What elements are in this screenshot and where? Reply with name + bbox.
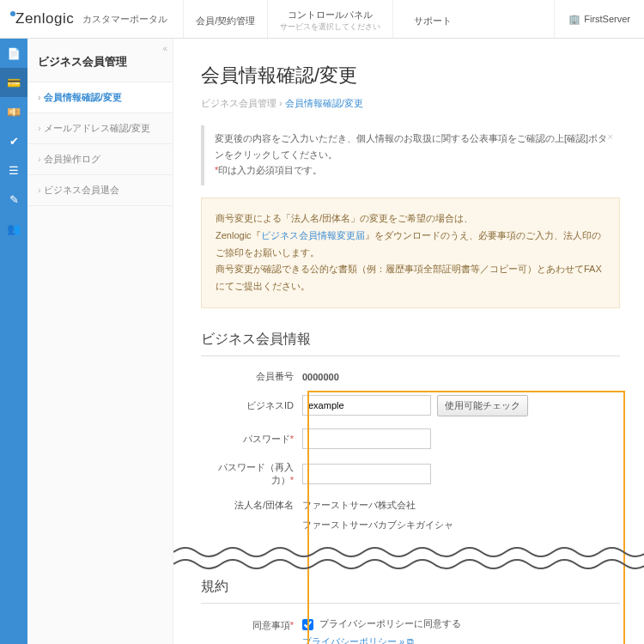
icon-rail: 📄 💳 💴 ✔ ☰ ✎ 👥 — [0, 39, 27, 644]
topnav: 会員/契約管理 コントロールパネルサービスを選択してください サポート — [183, 0, 471, 38]
external-icon: ⧉ — [407, 636, 414, 644]
member-no-label: 会員番号 — [201, 370, 302, 383]
rail-check-icon[interactable]: ✔ — [0, 126, 27, 155]
rail-pencil-icon[interactable]: ✎ — [0, 185, 27, 214]
sidebar-title: ビジネス会員管理 — [27, 39, 173, 82]
notice-box: × 変更後の内容をご入力いただき、個人情報のお取扱に関する公表事項をご確認の上[… — [201, 125, 620, 185]
section-terms: 規約 — [201, 578, 620, 604]
rail-doc-icon[interactable]: 📄 — [0, 39, 27, 68]
brand-subtitle: カスタマーポータル — [82, 13, 167, 26]
info-line1: 商号変更による「法人名/団体名」の変更をご希望の場合は、 — [216, 210, 605, 228]
topbar: Zenlogic カスタマーポータル 会員/契約管理 コントロールパネルサービス… — [0, 0, 644, 39]
bizid-label: ビジネスID — [201, 399, 302, 412]
notice-line2: *印は入力必須項目です。 — [215, 162, 610, 179]
privacy-policy-link[interactable]: プライバシーポリシー » ⧉ — [302, 635, 414, 644]
corp-value: ファーストサーバ株式会社 ファーストサーバカブシキガイシャ — [302, 499, 620, 532]
page-title: 会員情報確認/変更 — [201, 63, 620, 88]
bizid-input[interactable] — [302, 395, 431, 416]
nav-controlpanel[interactable]: コントロールパネルサービスを選択してください — [267, 0, 392, 38]
download-form-link[interactable]: ビジネス会員情報変更届 — [261, 230, 365, 240]
nav-support[interactable]: サポート — [392, 0, 471, 38]
member-no-value: 0000000 — [302, 372, 620, 382]
nav-user[interactable]: 🏢 FirstServer — [554, 0, 644, 38]
sidebar-item-withdraw[interactable]: ビジネス会員退会 — [27, 174, 173, 206]
brand: Zenlogic カスタマーポータル — [0, 0, 178, 38]
brand-logo: Zenlogic — [10, 10, 74, 27]
sidebar-item-log[interactable]: 会員操作ログ — [27, 143, 173, 174]
content-truncation-wave — [173, 544, 644, 573]
building-icon: 🏢 — [568, 14, 580, 25]
rail-list-icon[interactable]: ☰ — [0, 155, 27, 185]
password2-input[interactable] — [302, 464, 431, 484]
agree-label: 同意事項* — [201, 617, 302, 632]
sidebar: « ビジネス会員管理 会員情報確認/変更 メールアドレス確認/変更 会員操作ログ… — [27, 39, 173, 644]
sidebar-item-member-info[interactable]: 会員情報確認/変更 — [27, 82, 173, 112]
member-form: 会員番号 0000000 ビジネスID 使用可能チェック パスワード* パスワー… — [201, 370, 620, 644]
corp-label: 法人名/団体名 — [201, 499, 302, 512]
check-availability-button[interactable]: 使用可能チェック — [437, 395, 528, 416]
info-line3: 商号変更が確認できる公的な書類（例：履歴事項全部証明書等／コピー可）とあわせてF… — [216, 261, 605, 295]
info-box: 商号変更による「法人名/団体名」の変更をご希望の場合は、 Zenlogic『ビジ… — [201, 197, 620, 308]
rail-payment-icon[interactable]: 💴 — [0, 97, 27, 126]
section-member-info: ビジネス会員情報 — [201, 331, 620, 356]
rail-users-icon[interactable]: 👥 — [0, 214, 27, 243]
rail-card-icon[interactable]: 💳 — [0, 68, 27, 97]
main: 会員情報確認/変更 ビジネス会員管理 › 会員情報確認/変更 × 変更後の内容を… — [173, 39, 644, 644]
agree-checkbox-label[interactable]: プライバシーポリシーに同意する — [302, 618, 461, 629]
sidebar-item-mail[interactable]: メールアドレス確認/変更 — [27, 112, 173, 143]
breadcrumb: ビジネス会員管理 › 会員情報確認/変更 — [201, 97, 620, 110]
nav-members[interactable]: 会員/契約管理 — [183, 0, 267, 38]
notice-line1: 変更後の内容をご入力いただき、個人情報のお取扱に関する公表事項をご確認の上[確認… — [215, 131, 610, 162]
password-label: パスワード* — [201, 433, 302, 446]
sidebar-collapse-icon[interactable]: « — [162, 44, 167, 53]
password-input[interactable] — [302, 428, 431, 449]
close-icon[interactable]: × — [608, 129, 613, 145]
info-line2: Zenlogic『ビジネス会員情報変更届』をダウンロードのうえ、必要事項のご入力… — [216, 228, 605, 262]
password2-label: パスワード（再入力）* — [201, 461, 302, 487]
agree-checkbox[interactable] — [302, 619, 313, 630]
